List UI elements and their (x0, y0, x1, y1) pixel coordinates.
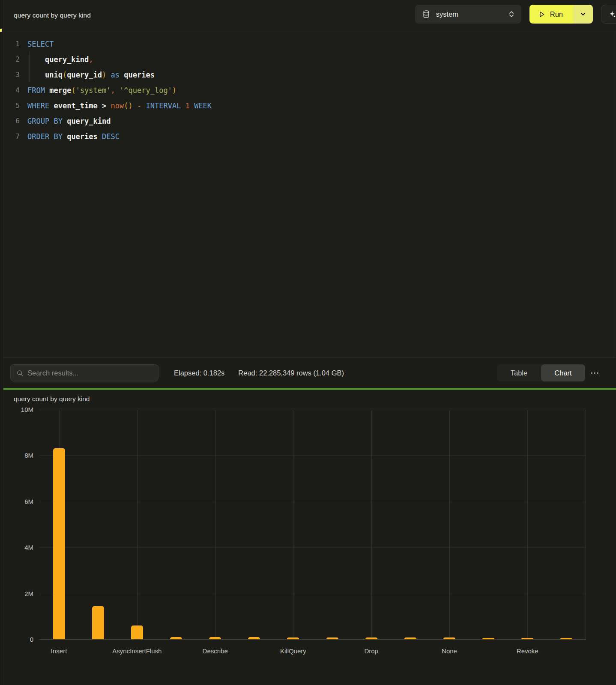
chart-plot (39, 410, 586, 640)
code-text: query_kind, (27, 52, 93, 67)
sidebar-edge (0, 0, 3, 685)
bar-Describe (209, 637, 221, 639)
query-title: query count by query kind (14, 12, 91, 19)
bar-None (443, 637, 455, 639)
run-options-button[interactable] (573, 5, 593, 24)
gridline-vertical (449, 410, 450, 639)
tab-table[interactable]: Table (497, 364, 541, 381)
bar-series-11 (482, 638, 494, 639)
code-line: 7ORDER BY queries DESC (0, 129, 616, 144)
code-text: FROM merge('system', '^query_log') (27, 83, 176, 98)
bar-series-9 (404, 637, 416, 639)
x-axis-tick-label: Describe (179, 647, 251, 655)
y-axis-tick-label: 0 (13, 636, 33, 643)
run-button[interactable]: Run (529, 5, 573, 24)
code-lines: 1SELECT2 query_kind,3 uniq(query_id) as … (0, 36, 616, 144)
code-line: 4FROM merge('system', '^query_log') (0, 83, 616, 98)
bar-KillQuery (287, 637, 299, 639)
bar-series-13 (560, 638, 572, 639)
results-toolbar: Elapsed: 0.182s Read: 22,285,349 rows (1… (0, 357, 616, 388)
indent-guide (29, 52, 30, 83)
run-button-label: Run (550, 10, 563, 18)
gridline-horizontal (39, 548, 586, 548)
gridline-horizontal (39, 456, 586, 456)
database-selector[interactable]: system (415, 5, 521, 24)
line-number: 2 (3, 52, 20, 67)
code-line: 6GROUP BY query_kind (0, 113, 616, 129)
more-options-button[interactable]: ⋯ (585, 364, 605, 381)
x-axis-tick-label: None (413, 647, 486, 655)
elapsed-stat: Elapsed: 0.182s (174, 369, 224, 377)
bar-Revoke (521, 638, 533, 639)
view-toggle: Table Chart (497, 364, 585, 381)
select-chevrons-icon (508, 10, 514, 18)
line-number: 5 (3, 98, 20, 113)
gridline-vertical (371, 410, 372, 639)
search-results-input[interactable] (27, 369, 153, 377)
y-axis-tick-label: 2M (13, 590, 33, 598)
x-axis-tick-label: AsyncInsertFlush (101, 647, 173, 655)
search-results-box[interactable] (10, 364, 158, 381)
bar-series-5 (248, 637, 260, 639)
code-line: 2 query_kind, (0, 52, 616, 67)
query-console: query count by query kind system (0, 0, 616, 685)
run-button-group: Run (529, 5, 593, 24)
line-number: 4 (3, 83, 20, 98)
chevron-down-icon (580, 11, 586, 17)
code-line: 1SELECT (0, 36, 616, 52)
code-text: SELECT (27, 36, 54, 52)
bar-AsyncInsertFlush (131, 625, 143, 639)
play-icon (538, 11, 545, 18)
database-selector-value: system (436, 10, 503, 18)
active-tab-indicator (0, 29, 2, 32)
gridline-horizontal (39, 502, 586, 502)
sql-editor[interactable]: 1SELECT2 query_kind,3 uniq(query_id) as … (0, 31, 616, 357)
y-axis-tick-label: 6M (13, 498, 33, 506)
top-bar: query count by query kind system (0, 0, 616, 31)
read-stat: Read: 22,285,349 rows (1.04 GB) (238, 369, 344, 377)
code-text: uniq(query_id) as queries (27, 67, 155, 83)
bar-series-3 (170, 637, 182, 639)
line-number: 1 (3, 36, 20, 52)
chart-title: query count by query kind (14, 395, 90, 403)
bar-Drop (365, 637, 377, 639)
line-number: 6 (3, 113, 20, 129)
gridline-vertical (527, 410, 528, 639)
gridline-horizontal (39, 410, 586, 410)
y-axis-tick-label: 8M (13, 452, 33, 459)
line-number: 7 (3, 129, 20, 144)
chart-panel: query count by query kind 10M8M6M4M2M0In… (0, 390, 616, 685)
code-text: ORDER BY queries DESC (27, 129, 120, 144)
sparkle-icon (608, 10, 616, 18)
code-line: 5WHERE event_time > now() - INTERVAL 1 W… (0, 98, 616, 113)
x-axis-tick-label: Drop (335, 647, 408, 655)
line-number: 3 (3, 67, 20, 83)
gridline-vertical (137, 410, 138, 639)
search-icon (16, 369, 24, 377)
code-text: GROUP BY query_kind (27, 113, 111, 129)
gridline-vertical (293, 410, 293, 639)
bar-Insert (53, 448, 65, 639)
y-axis-tick-label: 10M (13, 406, 33, 414)
bar-series-1 (92, 606, 104, 639)
code-text: WHERE event_time > now() - INTERVAL 1 WE… (27, 98, 212, 113)
gridline-vertical (215, 410, 215, 639)
code-line: 3 uniq(query_id) as queries (0, 67, 616, 83)
x-axis-tick-label: Revoke (491, 647, 564, 655)
x-axis-tick-label: KillQuery (257, 647, 329, 655)
tab-chart[interactable]: Chart (541, 364, 585, 381)
ai-assist-button[interactable] (601, 5, 616, 24)
editor-scrollbar-gutter[interactable] (614, 31, 616, 357)
x-axis-tick-label: Insert (23, 647, 96, 655)
top-bar-controls: system Run (415, 5, 616, 24)
database-icon (422, 10, 431, 18)
gridline-horizontal (39, 594, 586, 594)
y-axis-tick-label: 4M (13, 544, 33, 551)
bar-series-7 (326, 637, 338, 639)
